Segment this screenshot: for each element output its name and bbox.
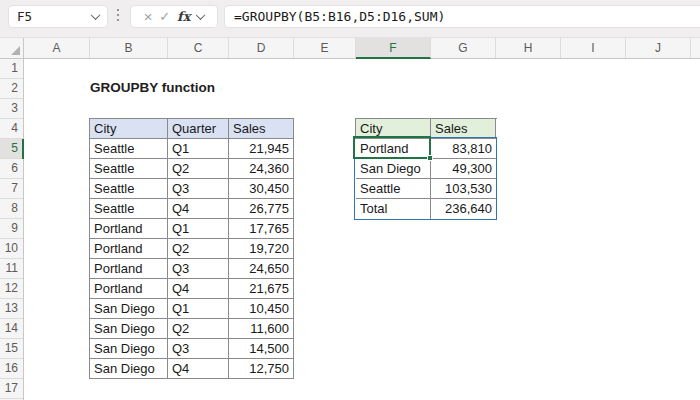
cell[interactable]: 17,765	[229, 219, 294, 239]
cell[interactable]: Q3	[168, 179, 229, 199]
sheet-title: GROUPBY function	[90, 78, 215, 98]
cell[interactable]: Portland	[90, 259, 168, 279]
column-header-i[interactable]: I	[561, 38, 626, 58]
cell[interactable]: 30,450	[229, 179, 294, 199]
cell[interactable]: 12,750	[229, 359, 294, 379]
cell[interactable]: City	[356, 119, 431, 139]
enter-icon[interactable]: ✓	[159, 10, 170, 23]
cell[interactable]: Q2	[168, 239, 229, 259]
select-all-triangle-icon	[11, 46, 20, 55]
row-header-7[interactable]: 7	[0, 179, 23, 199]
column-header-c[interactable]: C	[168, 38, 229, 58]
row-header-2[interactable]: 2	[0, 79, 23, 99]
cell[interactable]: Q1	[168, 139, 229, 159]
cell[interactable]: Sales	[431, 119, 496, 139]
column-header-f[interactable]: F	[356, 38, 431, 59]
cell[interactable]: Q4	[168, 279, 229, 299]
cell[interactable]: San Diego	[90, 319, 168, 339]
cell[interactable]: Total	[356, 199, 431, 219]
cell[interactable]: Q4	[168, 359, 229, 379]
cell[interactable]: City	[90, 119, 168, 139]
row-header-11[interactable]: 11	[0, 259, 23, 279]
column-header-g[interactable]: G	[431, 38, 496, 58]
row-header-17[interactable]: 17	[0, 379, 23, 399]
name-box-value: F5	[17, 9, 32, 24]
column-header-d[interactable]: D	[229, 38, 294, 58]
cell[interactable]: 24,650	[229, 259, 294, 279]
cell[interactable]: 49,300	[431, 159, 496, 179]
cell[interactable]: 26,775	[229, 199, 294, 219]
row-header-13[interactable]: 13	[0, 299, 23, 319]
cell[interactable]: Quarter	[168, 119, 229, 139]
chevron-down-icon[interactable]	[196, 10, 206, 20]
row-header-14[interactable]: 14	[0, 319, 23, 339]
cell[interactable]: Q1	[168, 219, 229, 239]
cancel-icon[interactable]: ×	[144, 9, 153, 24]
cell[interactable]: Portland	[90, 239, 168, 259]
cell[interactable]: San Diego	[90, 299, 168, 319]
cell[interactable]: 21,675	[229, 279, 294, 299]
sheet-area[interactable]: GROUPBY function CityQuarterSalesSeattle…	[24, 59, 700, 400]
cell[interactable]: 10,450	[229, 299, 294, 319]
name-box[interactable]: F5	[8, 5, 108, 28]
row-header-12[interactable]: 12	[0, 279, 23, 299]
cell[interactable]: 14,500	[229, 339, 294, 359]
formula-text: =GROUPBY(B5:B16,D5:D16,SUM)	[234, 9, 445, 24]
row-header-10[interactable]: 10	[0, 239, 23, 259]
row-header-column: 1234567891011121314151617	[0, 59, 24, 400]
row-header-6[interactable]: 6	[0, 159, 23, 179]
cell[interactable]: Q3	[168, 259, 229, 279]
cell[interactable]: 103,530	[431, 179, 496, 199]
cell[interactable]: San Diego	[356, 159, 431, 179]
cell[interactable]: Q2	[168, 159, 229, 179]
row-header-16[interactable]: 16	[0, 359, 23, 379]
cell[interactable]: Q3	[168, 339, 229, 359]
cell[interactable]: Seattle	[90, 139, 168, 159]
result-table-header: CitySales	[355, 118, 497, 139]
insert-function-icon[interactable]: fx	[177, 9, 190, 24]
cell[interactable]: Portland	[90, 219, 168, 239]
column-header-j[interactable]: J	[626, 38, 691, 58]
column-header-row: ABCDEFGHIJ	[24, 38, 700, 59]
source-table: CityQuarterSalesSeattleQ121,945SeattleQ2…	[89, 118, 294, 379]
cell[interactable]: Q1	[168, 299, 229, 319]
formula-input[interactable]: =GROUPBY(B5:B16,D5:D16,SUM)	[224, 5, 700, 28]
select-all-corner[interactable]	[0, 38, 24, 59]
cell[interactable]: Portland	[90, 279, 168, 299]
cell[interactable]: 21,945	[229, 139, 294, 159]
result-table-data: Portland83,810San Diego49,300Seattle103,…	[356, 139, 496, 219]
column-header-a[interactable]: A	[24, 38, 90, 58]
row-header-15[interactable]: 15	[0, 339, 23, 359]
cell[interactable]: Seattle	[356, 179, 431, 199]
chevron-down-icon[interactable]	[91, 10, 101, 20]
cell[interactable]: Portland	[356, 139, 431, 159]
row-header-1[interactable]: 1	[0, 59, 23, 79]
formula-controls: × ✓ fx	[130, 5, 218, 28]
cell[interactable]: San Diego	[90, 339, 168, 359]
column-header-h[interactable]: H	[496, 38, 561, 58]
excel-window: F5 × ✓ fx =GROUPBY(B5:B16,D5:D16,SUM) AB…	[0, 0, 700, 400]
row-header-5[interactable]: 5	[0, 139, 23, 159]
column-header-e[interactable]: E	[294, 38, 356, 58]
cell[interactable]: Q4	[168, 199, 229, 219]
cell[interactable]: Q2	[168, 319, 229, 339]
row-header-3[interactable]: 3	[0, 99, 23, 119]
cell[interactable]: 19,720	[229, 239, 294, 259]
column-header-spacer	[691, 38, 700, 58]
row-header-9[interactable]: 9	[0, 219, 23, 239]
column-header-b[interactable]: B	[90, 38, 168, 58]
fill-handle[interactable]	[427, 155, 433, 161]
cell[interactable]: Seattle	[90, 199, 168, 219]
formula-bar: F5 × ✓ fx =GROUPBY(B5:B16,D5:D16,SUM)	[0, 0, 700, 38]
cell[interactable]: 24,360	[229, 159, 294, 179]
cell[interactable]: 83,810	[431, 139, 496, 159]
cell[interactable]: Sales	[229, 119, 294, 139]
cell[interactable]: San Diego	[90, 359, 168, 379]
cell[interactable]: 236,640	[431, 199, 496, 219]
cell[interactable]: 11,600	[229, 319, 294, 339]
row-header-4[interactable]: 4	[0, 119, 23, 139]
more-options-dots-icon	[117, 9, 119, 21]
cell[interactable]: Seattle	[90, 159, 168, 179]
row-header-8[interactable]: 8	[0, 199, 23, 219]
cell[interactable]: Seattle	[90, 179, 168, 199]
